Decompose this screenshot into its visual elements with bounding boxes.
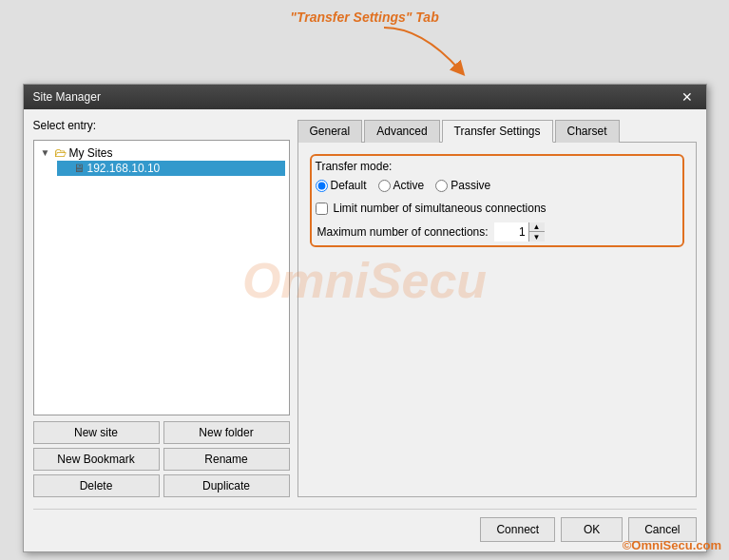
select-entry-label: Select entry:: [33, 119, 290, 132]
left-panel: Select entry: ▼ 🗁 My Sites 🖥 192.168.10.…: [33, 119, 290, 497]
tab-general[interactable]: General: [297, 120, 363, 143]
tree-root-label: My Sites: [69, 146, 113, 160]
new-folder-button[interactable]: New folder: [163, 421, 290, 444]
tree-view: ▼ 🗁 My Sites 🖥 192.168.10.10: [33, 140, 290, 415]
radio-passive-label: Passive: [451, 179, 490, 192]
radio-default-label: Default: [331, 179, 367, 192]
tabs-bar: General Advanced Transfer Settings Chars…: [297, 119, 697, 143]
tree-child-item[interactable]: 🖥 192.168.10.10: [57, 161, 285, 176]
rename-button[interactable]: Rename: [163, 448, 290, 471]
radio-passive-input[interactable]: [435, 180, 448, 192]
tree-toggle: ▼: [40, 147, 51, 158]
copyright-text: ©OmniSecu.com: [623, 538, 721, 552]
radio-default-input[interactable]: [316, 180, 328, 192]
tree-child: 🖥 192.168.10.10: [57, 161, 285, 176]
limit-connections-label: Limit number of simultaneous connections: [334, 202, 547, 215]
max-connections-input[interactable]: [494, 222, 528, 241]
tree-child-label: 192.168.10.10: [87, 162, 161, 175]
dialog-title: Site Manager: [33, 90, 101, 104]
site-manager-dialog: Site Manager ✕ Select entry: ▼ 🗁 My Site…: [23, 84, 707, 552]
tab-transfer-settings[interactable]: Transfer Settings: [442, 120, 553, 143]
transfer-mode-label: Transfer mode:: [316, 160, 679, 173]
left-buttons: New site New folder New Bookmark Rename …: [33, 421, 290, 497]
server-icon: 🖥: [73, 162, 85, 175]
ok-button[interactable]: OK: [561, 517, 623, 542]
dialog-content: Select entry: ▼ 🗁 My Sites 🖥 192.168.10.…: [33, 119, 697, 497]
transfer-settings-highlight: Transfer mode: Default Active: [310, 154, 684, 247]
max-connections: Maximum number of connections: ▲ ▼: [316, 222, 679, 241]
radio-active-input[interactable]: [378, 180, 391, 192]
tab-content: Transfer mode: Default Active: [297, 143, 697, 497]
annotation-area: "Transfer Settings" Tab: [0, 10, 729, 25]
radio-group: Default Active Passive: [316, 179, 679, 192]
tab-charset[interactable]: Charset: [555, 120, 620, 143]
annotation-arrow: [374, 23, 489, 80]
new-site-button[interactable]: New site: [33, 421, 160, 444]
copyright: ©OmniSecu.com: [623, 538, 721, 552]
limit-connections: Limit number of simultaneous connections: [316, 202, 679, 215]
duplicate-button[interactable]: Duplicate: [163, 474, 290, 497]
spinner-down-button[interactable]: ▼: [529, 232, 545, 241]
right-panel: General Advanced Transfer Settings Chars…: [297, 119, 697, 497]
title-bar: Site Manager ✕: [24, 85, 706, 109]
spinner-up-button[interactable]: ▲: [529, 222, 545, 232]
new-bookmark-button[interactable]: New Bookmark: [33, 448, 160, 471]
bottom-buttons: Connect OK Cancel: [33, 509, 697, 542]
limit-connections-checkbox[interactable]: [316, 203, 328, 215]
connect-button[interactable]: Connect: [480, 517, 555, 542]
radio-active[interactable]: Active: [378, 179, 425, 192]
dialog-body: Select entry: ▼ 🗁 My Sites 🖥 192.168.10.…: [24, 109, 706, 551]
max-connections-label: Maximum number of connections:: [317, 225, 489, 239]
radio-active-label: Active: [393, 179, 425, 192]
folder-icon: 🗁: [54, 145, 67, 160]
spinner-buttons: ▲ ▼: [528, 222, 545, 241]
tab-advanced[interactable]: Advanced: [364, 120, 439, 143]
delete-button[interactable]: Delete: [33, 474, 160, 497]
radio-default[interactable]: Default: [316, 179, 367, 192]
close-button[interactable]: ✕: [678, 90, 697, 104]
max-connections-spinner: ▲ ▼: [494, 222, 545, 241]
radio-passive[interactable]: Passive: [435, 179, 490, 192]
tree-root-item[interactable]: ▼ 🗁 My Sites: [38, 145, 285, 161]
